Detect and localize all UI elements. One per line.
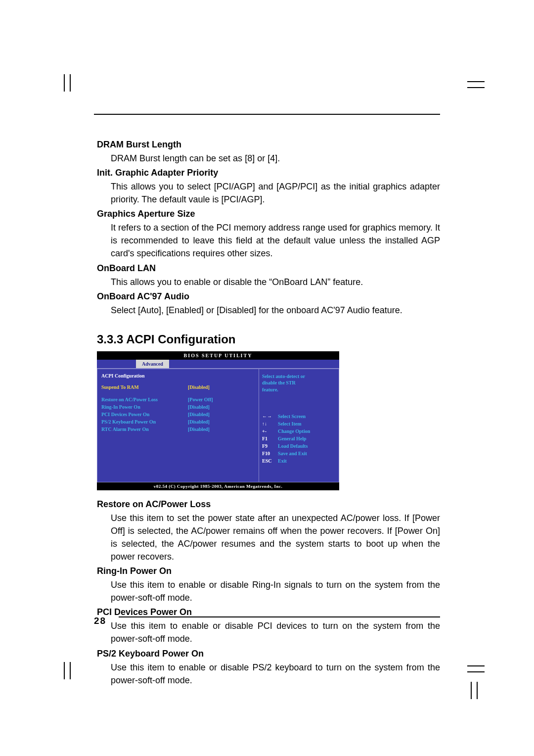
bios-nav-row: F10Save and Exit bbox=[262, 450, 336, 457]
setting-description: Use this item to enable or disable PCI d… bbox=[111, 619, 440, 645]
setting-title: PS/2 Keyboard Power On bbox=[97, 649, 440, 659]
setting-title: OnBoard AC'97 Audio bbox=[97, 291, 440, 302]
bios-screenshot: BIOS SETUP UTILITY Advanced ACPI Configu… bbox=[97, 351, 339, 490]
setting-title: OnBoard LAN bbox=[97, 263, 440, 274]
setting-entry: Init. Graphic Adapter PriorityThis allow… bbox=[94, 168, 440, 206]
setting-description: Use this item to enable or disable Ring-… bbox=[111, 578, 440, 604]
setting-entry: PS/2 Keyboard Power OnUse this item to e… bbox=[94, 649, 440, 687]
setting-entry: Graphics Aperture SizeIt refers to a sec… bbox=[94, 209, 440, 260]
setting-title: Ring-In Power On bbox=[97, 566, 440, 576]
setting-description: It refers to a section of the PCI memory… bbox=[111, 221, 440, 260]
bios-title: BIOS SETUP UTILITY bbox=[97, 351, 339, 360]
divider bbox=[94, 114, 440, 115]
setting-title: Restore on AC/Power Loss bbox=[97, 499, 440, 510]
bios-left-panel: ACPI Configuration Suspend To RAM [Disab… bbox=[97, 369, 259, 482]
setting-title: DRAM Burst Length bbox=[97, 140, 440, 150]
setting-description: DRAM Burst length can be set as [8] or [… bbox=[111, 152, 440, 165]
bios-option-row: PCI Devices Power On[Disabled] bbox=[101, 411, 255, 418]
setting-entry: PCI Devices Power OnUse this item to ena… bbox=[94, 607, 440, 645]
bios-nav-row: ↑↓Select Item bbox=[262, 420, 336, 427]
bios-nav-row: ←→Select Screen bbox=[262, 413, 336, 420]
bios-menu: Advanced bbox=[97, 360, 339, 368]
setting-description: Use this item to enable or disable PS/2 … bbox=[111, 661, 440, 687]
setting-description: Use this item to set the power state aft… bbox=[111, 512, 440, 563]
bios-option-row: RTC Alarm Power On[Disabled] bbox=[101, 425, 255, 433]
section-heading: 3.3.3 ACPI Configuration bbox=[97, 332, 440, 346]
setting-description: This allows you to select [PCI/AGP] and … bbox=[111, 180, 440, 206]
bios-tab-advanced: Advanced bbox=[136, 360, 169, 368]
bios-help-panel: Select auto-detect or disable the STR fe… bbox=[259, 369, 339, 482]
setting-entry: OnBoard LANThis allows you to enable or … bbox=[94, 263, 440, 288]
setting-entry: DRAM Burst LengthDRAM Burst length can b… bbox=[94, 140, 440, 165]
bios-nav-row: ESCExit bbox=[262, 457, 336, 465]
bios-option-row: Restore on AC/Power Loss[Power Off] bbox=[101, 396, 255, 403]
bios-panel-title: ACPI Configuration bbox=[101, 373, 255, 378]
setting-title: Init. Graphic Adapter Priority bbox=[97, 168, 440, 178]
page-number: 28 bbox=[94, 615, 106, 626]
bios-selected-row: Suspend To RAM [Disabled] bbox=[101, 383, 255, 391]
setting-description: Select [Auto], [Enabled] or [Disabled] f… bbox=[111, 304, 440, 317]
setting-description: This allows you to enable or disable the… bbox=[111, 276, 440, 288]
setting-entry: Restore on AC/Power LossUse this item to… bbox=[94, 499, 440, 563]
setting-title: Graphics Aperture Size bbox=[97, 209, 440, 219]
setting-entry: OnBoard AC'97 AudioSelect [Auto], [Enabl… bbox=[94, 291, 440, 317]
divider bbox=[119, 616, 440, 617]
bios-option-row: Ring-In Power On[Disabled] bbox=[101, 403, 255, 411]
bios-nav-row: F1General Help bbox=[262, 435, 336, 442]
bios-nav-row: F9Load Defaults bbox=[262, 442, 336, 450]
setting-entry: Ring-In Power OnUse this item to enable … bbox=[94, 566, 440, 604]
bios-copyright: v02.54 (C) Copyright 1985-2003, American… bbox=[97, 482, 339, 490]
page-content: DRAM Burst LengthDRAM Burst length can b… bbox=[94, 0, 440, 687]
bios-nav-row: +-Change Option bbox=[262, 427, 336, 435]
bios-option-row: PS/2 Keyboard Power On[Disabled] bbox=[101, 418, 255, 425]
